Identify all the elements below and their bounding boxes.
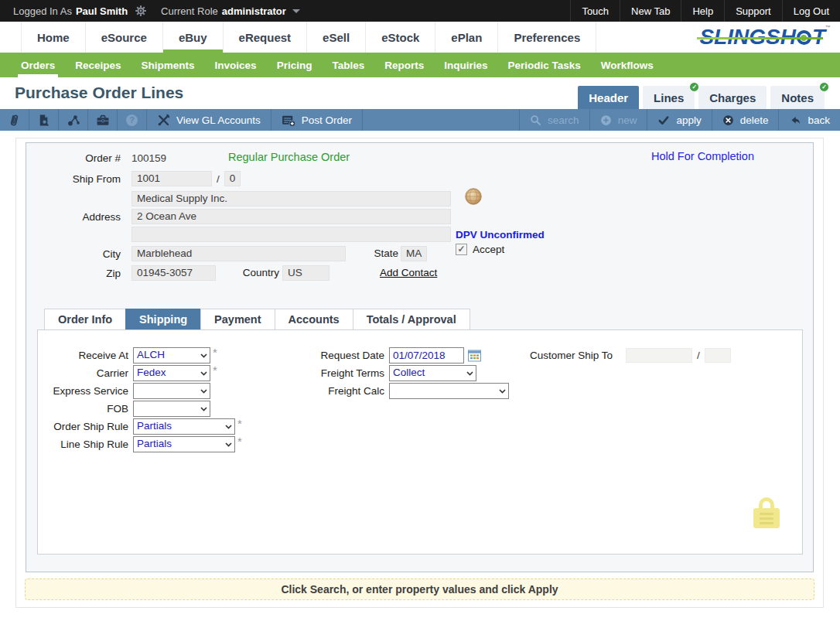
vendor-name-field[interactable]: Medical Supply Inc. [131,191,451,206]
top-system-bar: Logged In As Paul Smith Current Role adm… [0,0,840,22]
logo-trademark: ™ [825,25,831,30]
role-chevron-down-icon[interactable] [292,9,300,13]
hold-for-completion-link[interactable]: Hold For Completion [651,150,754,162]
tab-totals-approval[interactable]: Totals / Approval [353,309,470,330]
nav-item-preferences[interactable]: Preferences [498,22,596,53]
customer-ship-to-seq-field[interactable] [705,348,731,363]
address-label: Address [26,211,121,223]
order-type-text: Regular Purchase Order [228,151,350,163]
chevron-down-icon [197,401,210,416]
document-preview-button[interactable] [29,109,59,131]
ship-from-seq-field[interactable]: 0 [224,171,241,186]
touch-link[interactable]: Touch [570,0,620,22]
nav-item-eplan[interactable]: ePlan [435,22,498,53]
nav-item-esell[interactable]: eSell [307,22,366,53]
request-date-input[interactable] [389,347,464,363]
chevron-down-icon [197,366,210,381]
logout-link[interactable]: Log Out [782,0,840,22]
calendar-icon[interactable] [467,348,482,363]
tab-lines[interactable]: Lines [643,86,695,109]
toolbox-button[interactable] [88,109,118,131]
subnav-item-tables[interactable]: Tables [322,53,374,77]
back-button[interactable]: back [778,109,840,131]
support-link[interactable]: Support [724,0,782,22]
freight-calc-select[interactable] [389,383,509,399]
tab-order-info[interactable]: Order Info [44,309,125,330]
apply-button[interactable]: apply [647,109,711,131]
status-message-text: Click Search, or enter property values a… [281,583,558,596]
nav-item-ebuy[interactable]: eBuy [163,22,224,53]
tab-payment[interactable]: Payment [200,309,274,330]
help-link[interactable]: Help [681,0,724,22]
nav-item-esource[interactable]: eSource [86,22,163,53]
tab-shipping[interactable]: Shipping [125,309,200,330]
subnav-item-periodic-tasks[interactable]: Periodic Tasks [497,53,590,77]
subnav-item-reports[interactable]: Reports [374,53,434,77]
freight-terms-select[interactable]: Collect [389,365,476,381]
subnav-item-invoices[interactable]: Invoices [205,53,267,77]
address2-field[interactable] [131,227,451,242]
country-field[interactable]: US [282,265,330,281]
nav-item-estock[interactable]: eStock [366,22,435,53]
freight-calc-value [390,384,496,398]
add-contact-link[interactable]: Add Contact [380,267,437,278]
fob-select[interactable] [133,401,210,417]
current-role-label: Current Role [161,5,218,17]
current-role-value: administrator [222,5,286,17]
country-label: Country [212,265,279,281]
express-service-value [134,384,197,398]
accept-checkbox[interactable] [456,244,467,255]
receive-at-row: Receive At ALCH * [38,347,217,363]
vendor-name-row: Medical Supply Inc. [26,191,451,206]
carrier-select[interactable]: Fedex [133,365,210,381]
tab-charges[interactable]: Charges [698,86,767,109]
order-number-row: Order # 100159 [26,150,166,166]
lock-body [753,508,780,528]
zip-field[interactable]: 01945-3057 [131,265,216,281]
delete-button[interactable]: delete [712,109,779,131]
express-service-select[interactable] [133,383,210,399]
subnav-item-receipes[interactable]: Receipes [65,53,131,77]
customer-ship-to-field[interactable] [626,348,692,363]
ship-from-field[interactable]: 1001 [131,171,212,186]
workflow-button[interactable] [59,109,88,131]
subnav-item-pricing[interactable]: Pricing [267,53,323,77]
globe-icon[interactable] [465,188,482,205]
tab-header-label: Header [589,91,628,104]
subnav-item-workflows[interactable]: Workflows [591,53,664,77]
nav-item-erequest[interactable]: eRequest [224,22,308,53]
dpv-unconfirmed-link[interactable]: DPV Unconfirmed [456,229,545,241]
tab-header[interactable]: Header [578,86,639,109]
nav-item-home[interactable]: Home [21,22,86,53]
request-date-label: Request Date [284,350,384,361]
address1-field[interactable]: 2 Ocean Ave [131,209,451,224]
delete-label: delete [740,114,769,126]
tab-accounts[interactable]: Accounts [275,309,353,330]
main-nav: Home eSource eBuy eRequest eSell eStock … [0,22,840,53]
subnav-item-shipments[interactable]: Shipments [131,53,205,77]
state-field[interactable]: MA [401,246,427,261]
tab-notes[interactable]: Notes [770,86,825,109]
help-button[interactable] [118,109,147,131]
city-field[interactable]: Marblehead [131,246,346,261]
chevron-down-icon [463,366,476,381]
line-ship-rule-select[interactable]: Partials [133,436,235,452]
receive-at-select[interactable]: ALCH [133,347,210,363]
carrier-label: Carrier [38,367,128,379]
view-gl-accounts-button[interactable]: View GL Accounts [147,109,271,131]
lock-icon[interactable] [753,497,780,528]
subnav-item-inquiries[interactable]: Inquiries [434,53,497,77]
customer-ship-to-slash: / [697,350,700,361]
gear-icon[interactable] [135,5,147,17]
new-tab-link[interactable]: New Tab [620,0,681,22]
logged-in-label: Logged In As [13,5,72,17]
subnav-item-orders[interactable]: Orders [11,53,65,77]
attachments-button[interactable] [0,109,29,131]
required-marker: * [213,346,217,359]
order-ship-rule-select[interactable]: Partials [133,418,235,435]
express-service-row: Express Service [38,383,210,399]
ship-from-label: Ship From [26,173,121,185]
zip-label: Zip [26,268,121,279]
post-order-button[interactable]: Post Order [271,109,363,131]
address-row: Address 2 Ocean Ave [26,209,451,224]
